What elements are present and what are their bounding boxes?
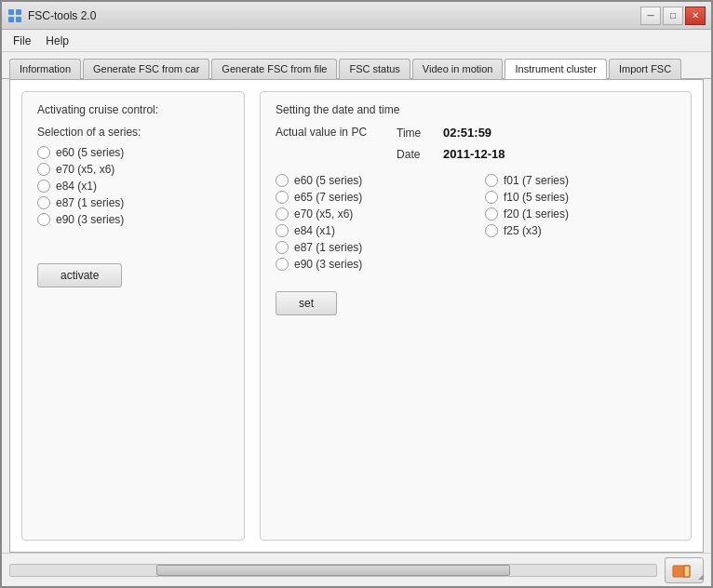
corner-resize: ◢ — [698, 573, 709, 584]
svg-rect-1 — [16, 9, 21, 15]
cruise-series-group: e60 (5 series) e70 (x5, x6) e84 (x1) — [37, 146, 229, 226]
window-controls: ─ □ ✕ — [640, 7, 706, 25]
radio-btn-e60[interactable] — [37, 146, 50, 159]
dt-radio-f25[interactable]: f25 (x3) — [485, 224, 676, 237]
maximize-button[interactable]: □ — [663, 7, 683, 25]
dt-rb-e90[interactable] — [276, 258, 289, 271]
tab-instrument-cluster[interactable]: Instrument cluster — [504, 59, 606, 79]
dt-rb-e65[interactable] — [276, 191, 289, 204]
dt-rb-f20[interactable] — [485, 207, 498, 220]
series-selection-label: Selection of a series: — [37, 126, 229, 139]
tab-content-wrapper: Activating cruise control: Selection of … — [2, 79, 711, 586]
datetime-title: Setting the date and time — [276, 103, 676, 116]
dt-label-e87: e87 (1 series) — [294, 241, 362, 254]
cruise-radio-e84[interactable]: e84 (x1) — [37, 180, 229, 193]
menu-file[interactable]: File — [6, 33, 38, 49]
horizontal-scrollbar[interactable] — [9, 564, 657, 577]
cruise-radio-e90[interactable]: e90 (3 series) — [37, 213, 229, 226]
datetime-series-grid: e60 (5 series) f01 (7 series) e65 (7 ser… — [276, 174, 676, 271]
dt-rb-f10[interactable] — [485, 191, 498, 204]
cruise-label-e87: e87 (1 series) — [56, 196, 124, 209]
tab-bar: Information Generate FSC from car Genera… — [2, 52, 711, 79]
time-value: 02:51:59 — [443, 126, 491, 140]
dt-rb-e87[interactable] — [276, 241, 289, 254]
dt-rb-f01[interactable] — [485, 174, 498, 187]
date-label: Date — [397, 148, 428, 161]
svg-rect-3 — [16, 17, 21, 22]
dt-radio-e90[interactable]: e90 (3 series) — [276, 258, 466, 271]
set-button[interactable]: set — [276, 291, 337, 315]
main-panel: Activating cruise control: Selection of … — [9, 79, 704, 553]
dt-rb-e84[interactable] — [276, 224, 289, 237]
window-title: FSC-tools 2.0 — [28, 9, 96, 22]
close-button[interactable]: ✕ — [685, 7, 706, 25]
cruise-radio-e87[interactable]: e87 (1 series) — [37, 196, 229, 209]
dt-radio-f20[interactable]: f20 (1 series) — [485, 207, 676, 220]
title-bar: FSC-tools 2.0 ─ □ ✕ — [2, 2, 711, 30]
tab-generate-from-car[interactable]: Generate FSC from car — [83, 59, 209, 79]
dt-radio-f10[interactable]: f10 (5 series) — [485, 191, 676, 204]
time-date-block: Time 02:51:59 Date 2011-12-18 — [397, 126, 505, 161]
tab-import-fsc[interactable]: Import FSC — [609, 59, 681, 79]
tab-video-in-motion[interactable]: Video in motion — [412, 59, 504, 79]
cruise-label-e84: e84 (x1) — [56, 180, 97, 193]
menu-bar: File Help — [2, 30, 711, 52]
dt-rb-e70[interactable] — [276, 207, 289, 220]
app-icon — [7, 8, 22, 23]
activate-button[interactable]: activate — [37, 263, 122, 287]
content-area: Activating cruise control: Selection of … — [10, 80, 703, 552]
dt-rb-f25[interactable] — [485, 224, 498, 237]
title-bar-left: FSC-tools 2.0 — [7, 8, 96, 23]
cruise-label-e90: e90 (3 series) — [56, 213, 124, 226]
radio-btn-e70[interactable] — [37, 163, 50, 176]
cruise-label-e70: e70 (x5, x6) — [56, 163, 114, 176]
cruise-radio-e60[interactable]: e60 (5 series) — [37, 146, 229, 159]
tab-information[interactable]: Information — [9, 59, 81, 79]
dt-label-e60: e60 (5 series) — [294, 174, 362, 187]
cruise-control-panel: Activating cruise control: Selection of … — [21, 91, 245, 541]
svg-rect-6 — [685, 567, 689, 576]
dt-radio-e65[interactable]: e65 (7 series) — [276, 191, 466, 204]
svg-rect-0 — [8, 9, 14, 15]
dt-radio-e84[interactable]: e84 (x1) — [276, 224, 466, 237]
datetime-info: Actual value in PC Time 02:51:59 Date 20… — [276, 126, 676, 161]
radio-btn-e90[interactable] — [37, 213, 50, 226]
scrollbar-thumb[interactable] — [156, 565, 510, 576]
dt-label-e70: e70 (x5, x6) — [294, 207, 353, 220]
dt-radio-e70[interactable]: e70 (x5, x6) — [276, 207, 466, 220]
cruise-label-e60: e60 (5 series) — [56, 146, 124, 159]
svg-rect-2 — [8, 17, 14, 22]
tab-fsc-status[interactable]: FSC status — [339, 59, 410, 79]
dt-label-e65: e65 (7 series) — [294, 191, 362, 204]
date-row: Date 2011-12-18 — [397, 147, 505, 161]
dt-radio-f01[interactable]: f01 (7 series) — [485, 174, 676, 187]
menu-help[interactable]: Help — [38, 33, 76, 49]
radio-btn-e84[interactable] — [37, 180, 50, 193]
time-row: Time 02:51:59 — [397, 126, 505, 140]
dt-label-f20: f20 (1 series) — [504, 207, 569, 220]
dt-label-e90: e90 (3 series) — [294, 258, 362, 271]
cruise-control-title: Activating cruise control: — [37, 103, 229, 116]
eraser-icon — [671, 562, 697, 579]
dt-label-f10: f10 (5 series) — [504, 191, 569, 204]
radio-btn-e87[interactable] — [37, 196, 50, 209]
dt-radio-e60[interactable]: e60 (5 series) — [276, 174, 466, 187]
dt-radio-e87[interactable]: e87 (1 series) — [276, 241, 466, 254]
datetime-panel: Setting the date and time Actual value i… — [260, 91, 692, 541]
main-window: FSC-tools 2.0 ─ □ ✕ File Help Informatio… — [0, 0, 713, 588]
dt-label-e84: e84 (x1) — [294, 224, 335, 237]
dt-rb-e60[interactable] — [276, 174, 289, 187]
actual-value-section: Actual value in PC — [276, 126, 367, 161]
date-value: 2011-12-18 — [443, 147, 505, 161]
tab-generate-from-file[interactable]: Generate FSC from file — [211, 59, 337, 79]
minimize-button[interactable]: ─ — [640, 7, 661, 25]
actual-label: Actual value in PC — [276, 126, 367, 139]
cruise-radio-e70[interactable]: e70 (x5, x6) — [37, 163, 229, 176]
time-label: Time — [397, 127, 428, 140]
bottom-bar — [2, 553, 711, 586]
dt-label-f01: f01 (7 series) — [504, 174, 569, 187]
dt-label-f25: f25 (x3) — [504, 224, 542, 237]
